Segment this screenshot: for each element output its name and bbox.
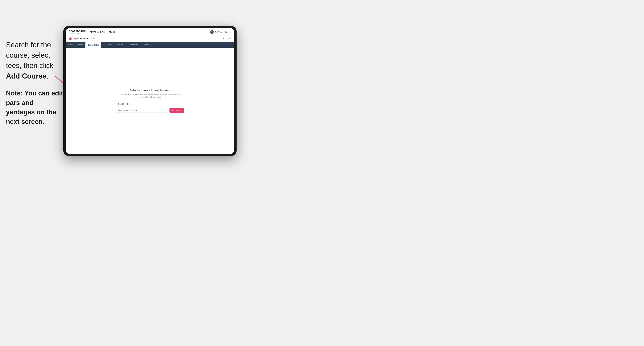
separator: | bbox=[223, 31, 224, 33]
course-search-input[interactable] bbox=[116, 102, 184, 106]
sign-out-link[interactable]: Sign out bbox=[225, 31, 231, 33]
instruction-main-text: Search for the course, select tees, then… bbox=[6, 40, 64, 81]
tournament-header: C Clippd Invitational (Men) Cancel ✕ bbox=[66, 36, 234, 42]
tab-leaderboards[interactable]: Leaderboards bbox=[125, 42, 140, 48]
course-select-desc: Search for a course and select a tee. Yo… bbox=[116, 93, 184, 99]
note-label: Note: You can edit pars and yardages on … bbox=[6, 89, 63, 126]
user-name: Test User bbox=[215, 31, 222, 33]
tournament-gender: (Men) bbox=[92, 38, 96, 40]
top-navbar: SCOREBOARD Powered by clippd TOURNAMENTS… bbox=[66, 28, 234, 36]
cancel-label: Cancel bbox=[223, 38, 229, 40]
tab-details[interactable]: Details bbox=[66, 42, 76, 48]
tab-bar: Details Teams Course Setup Tee Groups Re… bbox=[66, 42, 234, 48]
tab-tee-groups[interactable]: Tee Groups bbox=[101, 42, 115, 48]
tab-teams[interactable]: Teams bbox=[76, 42, 86, 48]
logo-sub: Powered by clippd bbox=[69, 32, 86, 34]
tee-selector-row: Gold (M) (M) (7010 yds) Add Course bbox=[116, 108, 184, 113]
tablet-frame: SCOREBOARD Powered by clippd TOURNAMENTS… bbox=[63, 26, 236, 156]
cancel-button[interactable]: Cancel ✕ bbox=[223, 38, 231, 40]
course-select-container: Select a course for each round Search fo… bbox=[116, 89, 184, 113]
user-avatar: T bbox=[210, 30, 214, 34]
cancel-icon: ✕ bbox=[230, 38, 231, 40]
main-content: Select a course for each round Search fo… bbox=[66, 48, 234, 154]
nav-left: SCOREBOARD Powered by clippd TOURNAMENTS… bbox=[69, 30, 116, 34]
tournament-name: Clippd Invitational bbox=[73, 38, 90, 40]
nav-tournaments[interactable]: TOURNAMENTS bbox=[90, 31, 104, 33]
tee-select-wrapper: Gold (M) (M) (7010 yds) bbox=[116, 108, 168, 113]
add-course-button[interactable]: Add Course bbox=[170, 108, 184, 113]
tablet-screen: SCOREBOARD Powered by clippd TOURNAMENTS… bbox=[66, 28, 234, 154]
nav-teams[interactable]: TEAMS bbox=[109, 31, 116, 33]
tab-printables[interactable]: Printables bbox=[140, 42, 153, 48]
logo-text: SCOREBOARD bbox=[69, 30, 86, 32]
tab-course-setup[interactable]: Course Setup bbox=[86, 42, 101, 48]
course-select-title: Select a course for each round bbox=[116, 89, 184, 92]
instruction-panel: Search for the course, select tees, then… bbox=[6, 40, 64, 127]
add-course-bold: Add Course bbox=[6, 72, 46, 80]
tournament-title: C Clippd Invitational (Men) bbox=[69, 37, 96, 40]
instruction-note-text: Note: You can edit pars and yardages on … bbox=[6, 88, 64, 127]
logo-area: SCOREBOARD Powered by clippd bbox=[69, 30, 86, 34]
tab-results[interactable]: Results bbox=[115, 42, 125, 48]
clippd-icon: C bbox=[69, 37, 72, 40]
user-area: T Test User | Sign out bbox=[210, 30, 231, 34]
tee-select[interactable]: Gold (M) (M) (7010 yds) bbox=[116, 108, 168, 113]
nav-links: TOURNAMENTS TEAMS bbox=[90, 31, 115, 33]
